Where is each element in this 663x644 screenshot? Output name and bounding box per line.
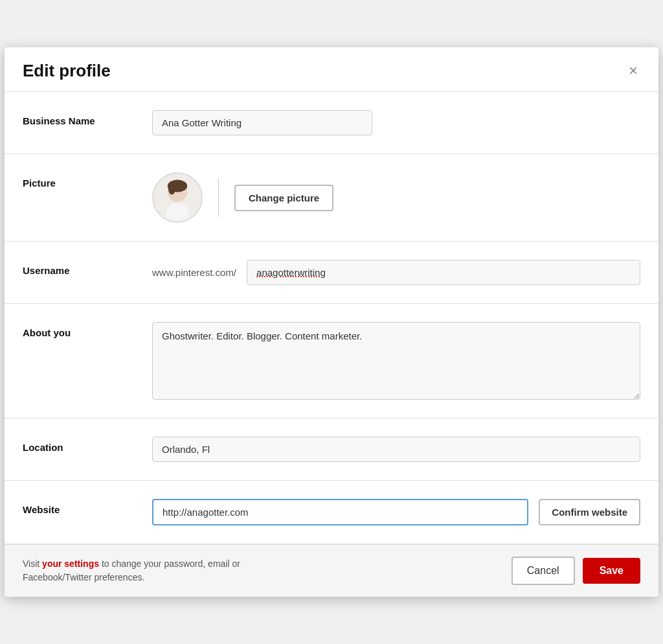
location-label: Location [23,437,152,453]
website-label: Website [23,499,152,515]
modal-footer: Visit your settings to change your passw… [5,544,658,597]
footer-text: Visit your settings to change your passw… [23,557,240,584]
about-section: About you Ghostwriter. Editor. Blogger. … [5,304,658,419]
business-name-input[interactable] [152,110,372,135]
confirm-website-button[interactable]: Confirm website [539,499,640,525]
modal-header: Edit profile × [5,47,658,92]
svg-point-4 [168,182,175,194]
website-section: Website Confirm website [5,481,658,544]
avatar [152,172,203,223]
cancel-button[interactable]: Cancel [511,557,575,585]
avatar-image [153,172,201,223]
location-section: Location [5,419,658,481]
business-name-section: Business Name [5,92,658,154]
edit-profile-modal: Edit profile × Business Name Picture [5,47,658,597]
picture-content: Change picture [152,172,640,223]
picture-section: Picture Change picture [5,154,658,242]
location-input[interactable] [152,437,640,462]
change-picture-button[interactable]: Change picture [234,185,333,211]
username-label: Username [23,260,152,276]
about-content: Ghostwriter. Editor. Blogger. Content ma… [152,322,640,400]
business-name-content [152,110,640,135]
username-input[interactable] [247,260,640,285]
username-section: Username www.pinterest.com/ [5,242,658,304]
picture-divider [218,178,219,217]
save-button[interactable]: Save [583,558,640,584]
modal-title: Edit profile [23,61,111,81]
close-button[interactable]: × [626,60,640,81]
footer-actions: Cancel Save [511,557,640,585]
about-textarea[interactable]: Ghostwriter. Editor. Blogger. Content ma… [152,322,640,400]
svg-point-5 [166,203,188,221]
username-content: www.pinterest.com/ [152,260,640,285]
website-input[interactable] [152,499,528,525]
about-label: About you [23,322,152,338]
website-content: Confirm website [152,499,640,525]
settings-link[interactable]: your settings [42,558,99,569]
business-name-label: Business Name [23,110,152,126]
picture-label: Picture [23,172,152,189]
footer-text-before: Visit [23,558,42,569]
location-content [152,437,640,462]
username-prefix: www.pinterest.com/ [152,267,236,278]
